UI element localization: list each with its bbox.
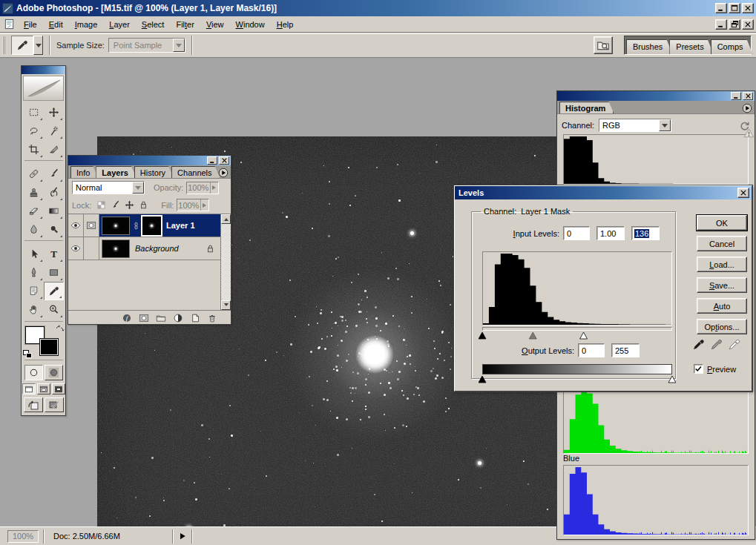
histogram-close-button[interactable] <box>743 92 753 100</box>
move-tool[interactable] <box>44 103 64 122</box>
lock-transparency-icon[interactable] <box>95 199 108 211</box>
menu-filter[interactable]: Filter <box>170 18 200 31</box>
lasso-tool[interactable] <box>24 122 44 140</box>
channel-select[interactable]: RGB <box>599 119 671 132</box>
menu-view[interactable]: View <box>200 18 230 31</box>
menu-window[interactable]: Window <box>230 18 271 31</box>
histogram-minimize-button[interactable] <box>731 92 741 100</box>
menu-edit[interactable]: Edit <box>43 18 69 31</box>
pen-tool[interactable] <box>24 263 44 282</box>
standard-screen-button[interactable] <box>22 383 36 394</box>
new-layer-icon[interactable] <box>190 313 200 323</box>
jump-to-imageready-button[interactable] <box>24 397 43 412</box>
notes-tool[interactable] <box>24 282 44 300</box>
toolbox-title-bar[interactable] <box>22 66 65 74</box>
standard-mode-button[interactable] <box>24 365 43 380</box>
options-bar-grip[interactable] <box>2 36 5 54</box>
history-brush-tool[interactable] <box>44 183 64 202</box>
menu-layer[interactable]: Layer <box>103 18 136 31</box>
blend-mode-arrow[interactable] <box>132 182 144 194</box>
auto-button[interactable]: Auto <box>697 298 747 314</box>
tab-histogram[interactable]: Histogram <box>559 102 614 113</box>
output-sliders[interactable] <box>479 376 676 383</box>
layers-menu-icon[interactable] <box>218 168 229 178</box>
maximize-button[interactable] <box>729 3 740 13</box>
blur-tool[interactable] <box>24 220 44 239</box>
close-button[interactable] <box>742 3 754 13</box>
fill-field[interactable]: 100% <box>177 199 209 211</box>
dodge-tool[interactable] <box>44 220 64 239</box>
levels-title-bar[interactable]: Levels <box>455 186 752 199</box>
input-sliders[interactable] <box>479 332 676 340</box>
rectangular-marquee-tool[interactable] <box>24 103 44 122</box>
menu-file[interactable]: File <box>18 18 43 31</box>
ok-button[interactable]: OK <box>697 215 747 231</box>
gray-point-eyedropper-icon[interactable] <box>710 338 723 351</box>
delete-layer-icon[interactable] <box>207 313 217 323</box>
layers-scrollbar[interactable] <box>220 214 231 310</box>
layer-thumbnail[interactable] <box>102 240 130 258</box>
output-white-field[interactable]: 255 <box>611 343 640 357</box>
magic-wand-tool[interactable] <box>44 122 64 140</box>
status-popup-icon[interactable] <box>178 532 187 541</box>
lock-position-icon[interactable] <box>123 199 136 211</box>
blend-mode-select[interactable]: Normal <box>72 181 145 194</box>
well-tab-presets[interactable]: Presets <box>669 39 713 54</box>
new-group-icon[interactable] <box>156 313 166 323</box>
options-button[interactable]: Options... <box>697 319 747 334</box>
adjustment-layer-icon[interactable] <box>173 313 183 323</box>
slice-tool[interactable] <box>44 140 64 159</box>
type-tool[interactable]: T <box>44 245 64 263</box>
crop-tool[interactable] <box>24 140 44 159</box>
fullscreen-menubar-button[interactable] <box>37 383 50 394</box>
mask-link-chain-icon[interactable] <box>132 222 140 230</box>
layer-row-background[interactable]: Background <box>68 237 220 260</box>
black-point-eyedropper-icon[interactable] <box>692 338 705 351</box>
tool-preset-dropdown[interactable] <box>33 36 43 55</box>
eraser-tool[interactable] <box>24 202 44 220</box>
layers-minimize-button[interactable] <box>207 156 217 165</box>
visibility-eye-icon[interactable] <box>70 243 81 254</box>
gradient-tool[interactable] <box>44 202 64 220</box>
histogram-menu-icon[interactable] <box>742 103 752 113</box>
tab-history[interactable]: History <box>134 166 174 178</box>
tab-info[interactable]: Info <box>70 166 98 178</box>
well-tab-brushes[interactable]: Brushes <box>626 39 672 54</box>
menu-image[interactable]: Image <box>69 18 104 31</box>
shape-tool[interactable] <box>44 263 64 282</box>
menu-select[interactable]: Select <box>136 18 171 31</box>
save-button[interactable]: Save... <box>697 277 747 293</box>
layer-style-icon[interactable]: f <box>122 313 132 323</box>
file-browser-button[interactable] <box>594 36 613 54</box>
preview-checkbox[interactable] <box>694 364 703 374</box>
current-tool-button[interactable] <box>11 36 43 55</box>
path-selection-tool[interactable] <box>24 245 44 263</box>
well-tab-comps[interactable]: Comps <box>711 39 753 54</box>
zoom-level-field[interactable] <box>7 530 39 543</box>
minimize-button[interactable] <box>715 3 727 13</box>
visibility-eye-icon[interactable] <box>70 220 81 231</box>
input-black-field[interactable]: 0 <box>563 226 590 240</box>
background-color-swatch[interactable] <box>39 338 59 356</box>
clone-stamp-tool[interactable] <box>24 183 44 202</box>
eyedropper-tool[interactable] <box>44 282 64 300</box>
layer-name[interactable]: Layer 1 <box>166 221 195 230</box>
swap-colors-icon[interactable] <box>55 325 65 334</box>
default-colors-icon[interactable] <box>23 350 33 359</box>
output-black-field[interactable]: 0 <box>578 343 605 357</box>
doc-restore-button[interactable] <box>729 19 740 30</box>
levels-close-button[interactable] <box>737 188 749 198</box>
photoshop-feather-logo[interactable] <box>23 76 64 101</box>
sample-size-select[interactable]: Point Sample <box>108 38 185 53</box>
histogram-title-bar[interactable] <box>557 91 755 101</box>
zoom-tool[interactable] <box>44 300 64 319</box>
opacity-field[interactable]: 100% <box>186 182 219 194</box>
white-point-eyedropper-icon[interactable] <box>728 338 740 351</box>
tab-channels[interactable]: Channels <box>171 166 220 178</box>
input-white-field[interactable]: 136 <box>631 226 660 240</box>
quick-mask-mode-button[interactable] <box>45 365 63 380</box>
lock-all-icon[interactable] <box>137 199 150 211</box>
layer-name[interactable]: Background <box>135 244 179 253</box>
brush-tool[interactable] <box>44 165 64 183</box>
input-gamma-field[interactable]: 1.00 <box>596 226 625 240</box>
